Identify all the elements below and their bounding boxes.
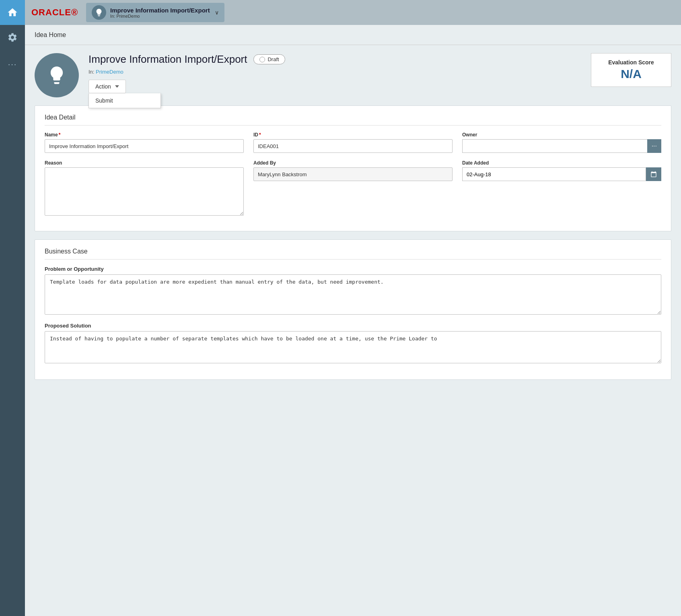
date-added-wrapper	[462, 167, 661, 181]
draft-circle-icon	[259, 57, 265, 62]
problem-field: Problem or Opportunity Template loads fo…	[45, 266, 661, 323]
date-picker-button[interactable]	[646, 167, 661, 181]
form-field-id: ID*	[253, 132, 453, 153]
page-content: Improve Information Import/Export Draft …	[25, 45, 681, 616]
oracle-logo: ORACLE®	[31, 7, 78, 18]
owner-picker-button[interactable]: ···	[647, 139, 661, 153]
sidebar: ...	[0, 0, 25, 616]
idea-in-row: In: PrimeDemo	[88, 69, 591, 75]
idea-header: Improve Information Import/Export Draft …	[35, 53, 671, 97]
idea-info: Improve Information Import/Export Draft …	[88, 53, 591, 93]
added-by-input	[253, 167, 453, 181]
form-row-1: Name* ID* Owner ···	[45, 132, 661, 153]
form-field-reason: Reason	[45, 160, 244, 216]
date-added-input[interactable]	[462, 167, 646, 181]
home-icon	[7, 7, 18, 18]
action-button-wrapper: Action Submit	[88, 80, 126, 93]
problem-label: Problem or Opportunity	[45, 266, 661, 272]
top-header: ORACLE® Improve Information Import/Expor…	[25, 0, 681, 25]
sidebar-item-settings[interactable]	[0, 25, 25, 50]
owner-label: Owner	[462, 132, 661, 138]
id-label: ID*	[253, 132, 453, 138]
owner-input-wrapper: ···	[462, 139, 661, 153]
draft-label: Draft	[267, 56, 279, 62]
header-chevron-icon: ∨	[215, 9, 219, 16]
solution-field: Proposed Solution Instead of having to p…	[45, 323, 661, 371]
idea-avatar	[35, 53, 79, 97]
gear-icon	[7, 32, 18, 43]
id-input[interactable]	[253, 139, 453, 153]
eval-score-label: Evaluation Score	[603, 59, 659, 66]
idea-lightbulb-icon	[46, 65, 67, 86]
header-app-text: Improve Information Import/Export In: Pr…	[110, 7, 210, 19]
name-input[interactable]	[45, 139, 244, 153]
eval-score-value: N/A	[603, 67, 659, 81]
form-row-2: Reason Added By Date Added	[45, 160, 661, 216]
action-dropdown-menu: Submit	[88, 93, 161, 108]
added-by-label: Added By	[253, 160, 453, 166]
action-dropdown-arrow-icon	[115, 85, 119, 88]
header-app-info[interactable]: Improve Information Import/Export In: Pr…	[86, 3, 224, 22]
business-case-title: Business Case	[45, 248, 661, 260]
form-field-owner: Owner ···	[462, 132, 661, 153]
name-label: Name*	[45, 132, 244, 138]
form-field-name: Name*	[45, 132, 244, 153]
header-app-subtitle: In: PrimeDemo	[110, 14, 210, 19]
idea-detail-title: Idea Detail	[45, 114, 661, 126]
page-title: Idea Home	[35, 31, 66, 39]
sidebar-item-home[interactable]	[0, 0, 25, 25]
main-content: ORACLE® Improve Information Import/Expor…	[25, 0, 681, 616]
action-dropdown-item-submit[interactable]: Submit	[89, 93, 160, 108]
solution-label: Proposed Solution	[45, 323, 661, 329]
reason-textarea[interactable]	[45, 167, 244, 216]
draft-badge: Draft	[253, 54, 285, 64]
action-button-label: Action	[95, 83, 111, 90]
idea-title-row: Improve Information Import/Export Draft	[88, 53, 591, 66]
form-field-date-added: Date Added	[462, 160, 661, 216]
sidebar-item-more[interactable]: ...	[0, 50, 25, 75]
solution-textarea[interactable]: Instead of having to populate a number o…	[45, 331, 661, 363]
calendar-icon	[650, 171, 657, 177]
more-icon: ...	[8, 58, 17, 67]
header-app-title: Improve Information Import/Export	[110, 7, 210, 14]
reason-label: Reason	[45, 160, 244, 166]
idea-in-link[interactable]: PrimeDemo	[96, 69, 123, 75]
idea-detail-card: Idea Detail Name* ID* Owner	[35, 105, 671, 231]
sub-header: Idea Home	[25, 25, 681, 45]
evaluation-score-box: Evaluation Score N/A	[591, 53, 671, 87]
name-required: *	[59, 132, 61, 138]
owner-input[interactable]	[462, 139, 647, 153]
header-app-icon	[92, 5, 106, 20]
header-lightbulb-icon	[95, 8, 103, 17]
action-button[interactable]: Action	[88, 80, 126, 93]
id-required: *	[259, 132, 261, 138]
problem-textarea[interactable]: Template loads for data population are m…	[45, 274, 661, 315]
business-case-card: Business Case Problem or Opportunity Tem…	[35, 239, 671, 380]
idea-title: Improve Information Import/Export	[88, 53, 247, 66]
form-field-added-by: Added By	[253, 160, 453, 216]
date-added-label: Date Added	[462, 160, 661, 166]
